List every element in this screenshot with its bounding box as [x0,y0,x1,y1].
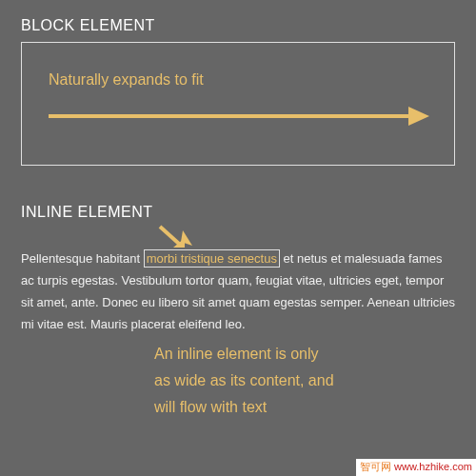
watermark: 智可网 www.hzhike.com [356,459,476,476]
svg-line-0 [160,227,179,244]
arrow-line [49,114,412,118]
expand-arrow [49,108,427,127]
inline-section-title: INLINE ELEMENT [21,204,455,221]
inline-desc-line3: will flow with text [154,394,455,421]
block-caption: Naturally expands to fit [49,71,427,89]
para-text-before: Pellentesque habitant [21,251,144,266]
inline-paragraph: Pellentesque habitant morbi tristique se… [21,248,455,335]
watermark-url: www.hzhike.com [394,461,472,472]
inline-desc-line1: An inline element is only [154,341,455,367]
block-section-title: BLOCK ELEMENT [21,17,455,34]
inline-description: An inline element is only as wide as its… [154,341,455,421]
inline-highlight-box: morbi tristique senectus [144,249,280,268]
arrow-right-icon [408,107,429,126]
block-element-box: Naturally expands to fit [21,42,455,166]
watermark-brand: 智可网 [360,461,391,472]
pointer-arrow-icon [154,223,192,251]
inline-desc-line2: as wide as its content, and [154,367,455,394]
